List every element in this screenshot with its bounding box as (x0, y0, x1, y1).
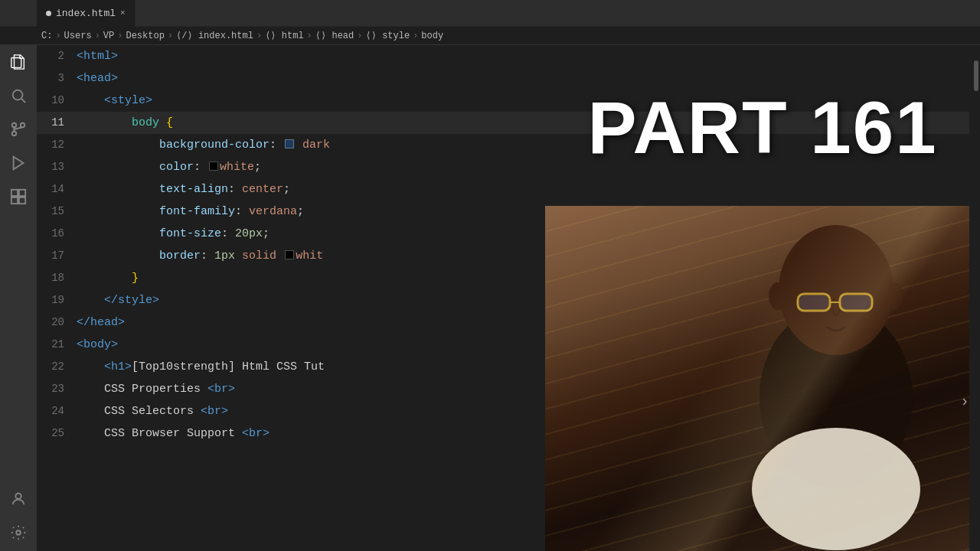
breadcrumb-users: Users (64, 31, 92, 41)
tab-dot (46, 11, 51, 16)
breadcrumb-html: ⟨⟩ html (265, 30, 303, 41)
tab-filename: index.html (56, 8, 116, 19)
breadcrumb-c: C: (41, 31, 52, 41)
color-swatch-bg (285, 139, 294, 148)
code-line-19: 19 </style> (37, 289, 980, 311)
svg-point-4 (21, 123, 25, 128)
settings-activity-icon[interactable] (8, 522, 29, 543)
breadcrumb-head: ⟨⟩ head (315, 30, 354, 41)
main-area: 2 <html> 3 <head> 10 <style> (0, 45, 980, 551)
code-line-23: 23 CSS Properties <br> (37, 378, 980, 400)
svg-marker-7 (14, 157, 24, 170)
code-line-10: 10 <style> (37, 90, 980, 112)
activity-bar (0, 45, 37, 551)
color-swatch-border (285, 250, 294, 259)
code-line-11: 11 body { (37, 112, 980, 134)
code-line-2: 2 <html> (37, 45, 980, 67)
scrollbar[interactable] (969, 45, 980, 551)
code-line-20: 20 </head> (37, 311, 980, 334)
code-line-15: 15 font-family: verdana; (37, 201, 980, 223)
tab-close-button[interactable]: × (120, 8, 126, 18)
code-line-16: 16 font-size: 20px; (37, 223, 980, 245)
code-line-12: 12 background-color: dark (37, 134, 980, 156)
svg-point-1 (13, 90, 23, 100)
code-line-21: 21 <body> (37, 334, 980, 356)
tab-bar: index.html × (0, 0, 980, 27)
code-lines: 2 <html> 3 <head> 10 <style> (37, 45, 980, 445)
files-icon[interactable] (8, 51, 29, 73)
svg-rect-0 (11, 58, 21, 68)
tab-index-html[interactable]: index.html × (37, 0, 136, 27)
code-line-22: 22 <h1>[Top10strength] Html CSS Tut (37, 356, 980, 378)
code-line-18: 18 } (37, 267, 980, 289)
svg-rect-10 (11, 197, 18, 204)
extensions-activity-icon[interactable] (8, 186, 29, 207)
svg-line-2 (21, 99, 25, 103)
svg-rect-8 (11, 190, 18, 196)
svg-point-5 (12, 132, 17, 136)
debug-activity-icon[interactable] (8, 152, 29, 174)
breadcrumb-indexhtml: ⟨/⟩ index.html (176, 30, 253, 41)
breadcrumb-style: ⟨⟩ style (365, 30, 410, 41)
search-activity-icon[interactable] (8, 85, 29, 106)
code-editor[interactable]: 2 <html> 3 <head> 10 <style> (37, 45, 980, 551)
color-swatch-white (209, 161, 218, 171)
code-line-3: 3 <head> (37, 67, 980, 90)
code-line-13: 13 color: white; (37, 156, 980, 178)
svg-rect-11 (19, 197, 25, 204)
svg-point-12 (15, 494, 21, 499)
account-activity-icon[interactable] (8, 488, 29, 510)
breadcrumb-vp: VP (103, 31, 114, 41)
scrollbar-thumb[interactable] (974, 60, 978, 91)
svg-rect-9 (19, 190, 25, 196)
svg-point-13 (16, 530, 21, 535)
code-line-14: 14 text-align: center; (37, 178, 980, 201)
code-line-17: 17 border: 1px solid whit (37, 245, 980, 267)
breadcrumb-desktop: Desktop (126, 31, 164, 41)
editor-area: 2 <html> 3 <head> 10 <style> (37, 45, 980, 551)
activity-bar-bottom (8, 488, 29, 551)
svg-point-3 (12, 123, 17, 128)
vscode-shell: index.html × C: › Users › VP › Desktop ›… (0, 0, 980, 551)
breadcrumb-bar: C: › Users › VP › Desktop › ⟨/⟩ index.ht… (0, 27, 980, 45)
code-line-25: 25 CSS Browser Support <br> (37, 422, 980, 445)
source-control-activity-icon[interactable] (8, 119, 29, 140)
code-line-24: 24 CSS Selectors <br> (37, 400, 980, 422)
breadcrumb-body: body (421, 31, 443, 41)
